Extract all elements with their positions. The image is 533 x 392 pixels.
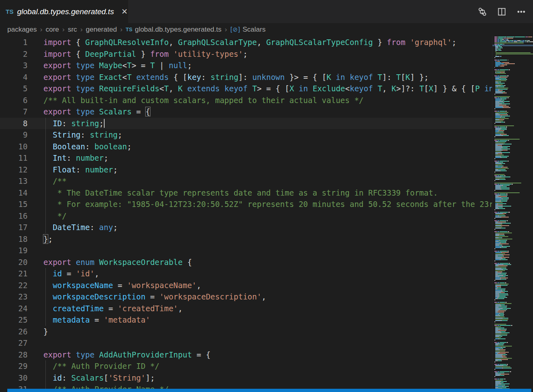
- line-number[interactable]: 20: [0, 256, 28, 268]
- code-line[interactable]: 29 /** Auth Provider ID */: [0, 360, 492, 372]
- minimap-line: [494, 38, 533, 39]
- code-token: [43, 188, 53, 197]
- code-line[interactable]: 21 id = 'id',: [0, 268, 492, 280]
- line-number[interactable]: 13: [0, 175, 28, 187]
- breadcrumb-item-src[interactable]: src: [68, 26, 77, 34]
- code-line[interactable]: 1import { GraphQLResolveInfo, GraphQLSca…: [0, 37, 492, 48]
- line-number[interactable]: 31: [0, 383, 28, 389]
- code-line[interactable]: 22 workspaceName = 'workspaceName',: [0, 280, 492, 291]
- code-line[interactable]: 30 id: Scalars['String'];: [0, 372, 492, 384]
- line-number[interactable]: 1: [0, 37, 28, 48]
- code-line[interactable]: 16 */: [0, 210, 492, 222]
- minimap-line: [494, 297, 533, 298]
- minimap-line: [494, 368, 533, 368]
- line-number[interactable]: 4: [0, 71, 28, 83]
- line-number[interactable]: 27: [0, 337, 28, 349]
- line-number[interactable]: 26: [0, 326, 28, 338]
- code-line-content: /**: [28, 175, 67, 187]
- code-line[interactable]: 26}: [0, 326, 492, 338]
- code-line[interactable]: 18};: [0, 233, 492, 245]
- minimap-line: [494, 315, 533, 316]
- line-number[interactable]: 28: [0, 349, 28, 361]
- line-number[interactable]: 25: [0, 314, 28, 326]
- code-token: ]:: [382, 73, 396, 82]
- code-line[interactable]: 6/** All built-in and custom scalars, ma…: [0, 95, 492, 106]
- line-number[interactable]: 21: [0, 268, 28, 280]
- minimap[interactable]: [492, 36, 533, 389]
- code-token: export: [43, 258, 71, 267]
- code-line[interactable]: 13 /**: [0, 175, 492, 187]
- line-number[interactable]: 18: [0, 233, 28, 245]
- code-line[interactable]: 19: [0, 245, 492, 256]
- code-line-content: export type Scalars = {: [28, 106, 150, 118]
- tab-global-db-types-generated[interactable]: TS global.db.types.generated.ts ✕: [0, 0, 128, 23]
- line-number[interactable]: 23: [0, 291, 28, 303]
- open-changes-icon[interactable]: [477, 6, 488, 17]
- breadcrumb-item-packages[interactable]: packages: [7, 26, 37, 34]
- code-token: [43, 177, 53, 185]
- code-line[interactable]: 12 Float: number;: [0, 164, 492, 176]
- code-line[interactable]: 10 Boolean: boolean;: [0, 141, 492, 153]
- code-line[interactable]: 20export enum WorkspaceOrderable {: [0, 256, 492, 268]
- minimap-line: [494, 247, 533, 248]
- line-number[interactable]: 5: [0, 83, 28, 95]
- breadcrumb-item-scalars-symbol[interactable]: [⊘] Scalars: [230, 26, 266, 34]
- minimap-line: [494, 50, 533, 51]
- breadcrumb-item-file[interactable]: TS global.db.types.generated.ts: [126, 26, 221, 34]
- line-number[interactable]: 29: [0, 360, 28, 372]
- line-number[interactable]: 17: [0, 222, 28, 233]
- code-line[interactable]: 25 metadata = 'metadata': [0, 314, 492, 326]
- code-token: T: [378, 73, 382, 82]
- line-number[interactable]: 8: [0, 118, 28, 129]
- line-number[interactable]: 7: [0, 106, 28, 118]
- code-token: }: [373, 38, 387, 47]
- code-line[interactable]: 28export type AddAuthProviderInput = {: [0, 349, 492, 361]
- code-line[interactable]: 4export type Exact<T extends { [key: str…: [0, 71, 492, 83]
- line-number[interactable]: 16: [0, 210, 28, 222]
- split-editor-icon[interactable]: [496, 6, 507, 17]
- code-line[interactable]: 15 * For example: "1985-04-12T23:20:50.5…: [0, 198, 492, 210]
- line-number[interactable]: 12: [0, 164, 28, 176]
- code-token: ;: [113, 165, 118, 174]
- code-line[interactable]: 14 * The DateTime scalar type represents…: [0, 187, 492, 199]
- code-token: K: [406, 73, 410, 82]
- line-number[interactable]: 14: [0, 187, 28, 199]
- code-line[interactable]: 27: [0, 337, 492, 349]
- breadcrumb-item-generated[interactable]: generated: [86, 26, 117, 34]
- breadcrumb-item-core[interactable]: core: [45, 26, 59, 34]
- code-token: [43, 130, 53, 139]
- line-number[interactable]: 19: [0, 245, 28, 256]
- code-line[interactable]: 23 workspaceDescription = 'workspaceDesc…: [0, 291, 492, 303]
- code-line[interactable]: 5export type RequireFields<T, K extends …: [0, 83, 492, 95]
- line-number[interactable]: 15: [0, 198, 28, 210]
- code-editor[interactable]: 1import { GraphQLResolveInfo, GraphQLSca…: [0, 36, 492, 389]
- minimap-line: [494, 190, 533, 191]
- code-line[interactable]: 8 ID: string;: [0, 118, 492, 129]
- code-line[interactable]: 11 Int: number;: [0, 152, 492, 164]
- code-line[interactable]: 9 String: string;: [0, 129, 492, 141]
- line-number[interactable]: 22: [0, 280, 28, 291]
- line-number[interactable]: 30: [0, 372, 28, 384]
- minimap-line: [494, 349, 533, 350]
- code-line[interactable]: 7export type Scalars = {: [0, 106, 492, 118]
- code-token: type: [76, 84, 95, 93]
- code-line[interactable]: 31 /** Auth Provider Name */: [0, 383, 492, 389]
- line-number[interactable]: 24: [0, 303, 28, 314]
- code-line[interactable]: 24 createdTime = 'createdTime',: [0, 303, 492, 314]
- code-line-content: /** Auth Provider Name */: [28, 383, 169, 389]
- code-line[interactable]: 17 DateTime: any;: [0, 222, 492, 233]
- minimap-line: [494, 381, 533, 382]
- line-number[interactable]: 9: [0, 129, 28, 141]
- more-actions-icon[interactable]: [516, 6, 527, 17]
- minimap-line: [494, 206, 533, 207]
- line-number[interactable]: 6: [0, 95, 28, 106]
- code-line[interactable]: 3export type Maybe<T> = T | null;: [0, 60, 492, 71]
- code-line[interactable]: 2import { DeepPartial } from 'utility-ty…: [0, 48, 492, 60]
- line-number[interactable]: 2: [0, 48, 28, 60]
- minimap-line: [494, 268, 533, 269]
- line-number[interactable]: 11: [0, 152, 28, 164]
- line-number[interactable]: 10: [0, 141, 28, 153]
- close-icon[interactable]: ✕: [120, 6, 129, 17]
- minimap-line: [494, 276, 533, 277]
- line-number[interactable]: 3: [0, 60, 28, 71]
